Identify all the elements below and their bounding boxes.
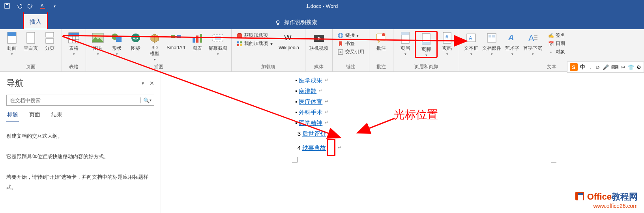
- ime-emoji[interactable]: ☺: [595, 64, 600, 70]
- header-button[interactable]: 页眉▾: [396, 31, 415, 56]
- svg-rect-24: [171, 35, 175, 38]
- shapes-icon: [110, 32, 123, 44]
- svg-rect-5: [277, 24, 279, 25]
- nav-search-input[interactable]: [7, 97, 140, 103]
- date-time-button[interactable]: 📅日期: [547, 40, 566, 47]
- callout-cursor-position: 光标位置: [394, 107, 438, 122]
- picture-icon: [92, 32, 104, 44]
- blank-page-icon: [24, 32, 37, 44]
- ime-punct[interactable]: ，: [588, 64, 593, 71]
- undo-icon[interactable]: [16, 3, 22, 9]
- nav-search[interactable]: 🔍 ▾: [6, 95, 154, 106]
- nav-search-button[interactable]: 🔍 ▾: [140, 97, 154, 103]
- doc-content: ▪医学成果↵ ▪麻沸散↵ ▪医疗体育↵ ▪外科手术↵ ▪医学精神↵ 3后世评价↵…: [295, 75, 342, 156]
- page-break-icon: [43, 32, 56, 44]
- signature-button[interactable]: ✍签名: [547, 32, 566, 39]
- shapes-button[interactable]: 形状▾: [107, 31, 126, 56]
- link-button[interactable]: 链接 ▾: [337, 32, 365, 39]
- save-icon[interactable]: [4, 3, 10, 9]
- footer-button[interactable]: 页脚▾: [417, 32, 436, 57]
- ime-toolbar[interactable]: S 中 ， ☺ 🎤 ⌨ ✂ 👕 ⚙: [567, 62, 644, 73]
- navigation-pane: 导航 ▾ ✕ 🔍 ▾ 标题 页面 结果 创建文档的交互式大纲。 它是跟踪具体位置…: [0, 72, 161, 213]
- object-icon: ▫: [548, 49, 554, 55]
- quick-access-toolbar: A ▾: [0, 3, 62, 9]
- nav-tab-headings[interactable]: 标题: [6, 111, 19, 122]
- nav-tab-results[interactable]: 结果: [51, 111, 63, 122]
- dropcap-button[interactable]: A首字下沉▾: [522, 31, 544, 56]
- link-medical-sports[interactable]: 医疗体育: [299, 96, 322, 107]
- smartart-button[interactable]: SmartArt: [164, 31, 188, 50]
- comment-button[interactable]: 批注: [372, 31, 391, 52]
- nav-msg3: 若要开始，请转到"开始"选项卡，并向文档中的标题应用标题样式。: [6, 172, 154, 192]
- group-media-label: 媒体: [305, 63, 332, 71]
- list-item: 3后世评价↵: [295, 128, 342, 139]
- ime-keyboard[interactable]: ⌨: [611, 64, 619, 70]
- svg-rect-7: [7, 32, 16, 36]
- group-illustrations: 图片▾ 形状▾ 图标 3D 模型▾ SmartArt 图表 屏幕截图▾ 插图: [86, 29, 232, 71]
- sogou-icon: S: [570, 63, 578, 71]
- svg-rect-10: [46, 39, 54, 43]
- svg-text:A: A: [41, 3, 44, 8]
- link-anecdotes[interactable]: 轶事典故: [302, 142, 326, 153]
- tab-insert[interactable]: 插入: [24, 14, 47, 29]
- cursor-marker: [327, 139, 335, 156]
- nav-dropdown-icon[interactable]: ▾: [142, 80, 144, 86]
- quick-parts-button[interactable]: 文档部件▾: [481, 31, 503, 56]
- list-item: ▪医学成果↵: [295, 75, 342, 86]
- group-page: 封面▾ 空白页 分页 页面: [0, 29, 62, 71]
- ime-skin[interactable]: 👕: [628, 64, 634, 70]
- page-number-icon: #: [441, 32, 453, 44]
- font-color-icon[interactable]: A: [39, 3, 46, 9]
- header-icon: [399, 32, 412, 44]
- blank-page-button[interactable]: 空白页: [21, 31, 40, 52]
- link-mafeisan[interactable]: 麻沸散: [299, 86, 316, 96]
- online-video-button[interactable]: 联机视频: [308, 31, 330, 52]
- icons-button[interactable]: 图标: [126, 31, 145, 52]
- cover-page-button[interactable]: 封面▾: [2, 31, 21, 56]
- svg-rect-34: [237, 44, 239, 46]
- svg-rect-16: [69, 33, 79, 35]
- tell-me[interactable]: 操作说明搜索: [275, 19, 317, 29]
- qat-customize-icon[interactable]: ▾: [51, 3, 58, 9]
- ime-lang[interactable]: 中: [580, 64, 585, 71]
- get-addins-button[interactable]: 获取加载项: [236, 32, 273, 39]
- wikipedia-button[interactable]: WWikipedia: [275, 31, 303, 50]
- ime-mic[interactable]: 🎤: [603, 64, 609, 70]
- my-addins-button[interactable]: 我的加载项 ▾: [236, 40, 273, 47]
- bookmark-button[interactable]: 书签: [337, 40, 365, 47]
- object-button[interactable]: ▫对象: [547, 48, 566, 56]
- document-area[interactable]: ▪医学成果↵ ▪麻沸散↵ ▪医疗体育↵ ▪外科手术↵ ▪医学精神↵ 3后世评价↵…: [161, 72, 644, 213]
- nav-body: 创建文档的交互式大纲。 它是跟踪具体位置或快速移动内容的好方式。 若要开始，请转…: [6, 122, 154, 201]
- redo-icon[interactable]: [28, 3, 34, 9]
- ime-scissors[interactable]: ✂: [621, 64, 625, 70]
- link-later-reviews[interactable]: 后世评价: [302, 128, 326, 139]
- group-addins: 获取加载项 我的加载项 ▾ WWikipedia 加载项: [232, 29, 305, 71]
- link-medical-achievements[interactable]: 医学成果: [299, 75, 322, 86]
- text-box-button[interactable]: A文本框▾: [462, 31, 481, 56]
- group-table: 表格▾ 表格: [62, 29, 86, 71]
- cross-ref-button[interactable]: 交叉引用: [337, 48, 365, 56]
- 3d-models-button[interactable]: 3D 模型▾: [145, 31, 164, 61]
- group-header-footer: 页眉▾ 页脚▾ #页码▾ 页眉和页脚: [393, 29, 459, 71]
- nav-close-icon[interactable]: ✕: [150, 80, 154, 86]
- video-icon: [313, 32, 325, 44]
- link-surgery[interactable]: 外科手术: [299, 107, 322, 118]
- page-break-button[interactable]: 分页: [40, 31, 59, 52]
- nav-msg1: 创建文档的交互式大纲。: [6, 131, 154, 141]
- ime-settings[interactable]: ⚙: [637, 64, 641, 70]
- screenshot-button[interactable]: 屏幕截图▾: [207, 31, 229, 56]
- svg-point-23: [137, 36, 138, 37]
- svg-text:A: A: [508, 33, 514, 42]
- cross-ref-icon: [337, 49, 344, 55]
- tell-me-text: 操作说明搜索: [284, 19, 317, 26]
- wordart-button[interactable]: A艺术字▾: [503, 31, 522, 56]
- svg-rect-20: [116, 37, 122, 42]
- chart-button[interactable]: 图表: [188, 31, 207, 52]
- page-number-button[interactable]: #页码▾: [438, 31, 457, 56]
- svg-rect-8: [27, 32, 35, 43]
- pictures-button[interactable]: 图片▾: [88, 31, 107, 56]
- table-button[interactable]: 表格▾: [64, 31, 83, 56]
- link-medical-spirit[interactable]: 医学精神: [299, 118, 322, 128]
- svg-rect-26: [193, 38, 195, 43]
- nav-tab-pages[interactable]: 页面: [28, 111, 41, 122]
